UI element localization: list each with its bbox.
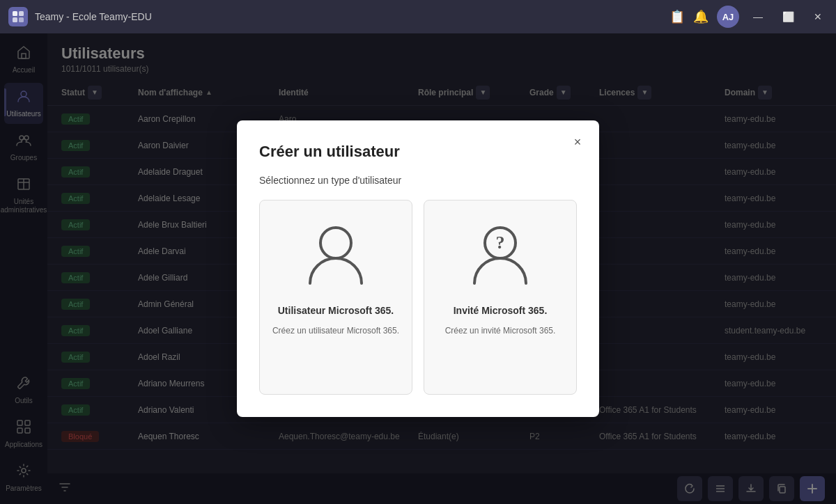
titlebar: Teamy - Ecole Teamy-EDU 📋 🔔 AJ — ⬜ ✕ (0, 0, 836, 33)
svg-rect-0 (13, 11, 17, 16)
close-button[interactable]: ✕ (808, 8, 828, 25)
ms365-card-icon (301, 217, 371, 294)
app-logo (8, 7, 28, 26)
svg-rect-1 (19, 11, 24, 16)
bell-icon[interactable]: 🔔 (693, 9, 709, 24)
svg-text:?: ? (496, 233, 505, 253)
guest-user-card[interactable]: ? Invité Microsoft 365. Créez un invité … (424, 200, 577, 395)
app-title: Teamy - Ecole Teamy-EDU (35, 11, 152, 22)
svg-rect-3 (19, 17, 24, 22)
ms365-card-desc: Créez un utilisateur Microsoft 365. (272, 324, 399, 337)
maximize-button[interactable]: ⬜ (777, 8, 800, 25)
titlebar-left: Teamy - Ecole Teamy-EDU (8, 7, 152, 26)
minimize-button[interactable]: — (748, 8, 768, 25)
svg-point-22 (320, 228, 351, 258)
guest-card-desc: Créez un invité Microsoft 365. (445, 324, 556, 337)
user-type-cards: Utilisateur Microsoft 365. Créez un util… (259, 200, 577, 395)
ms365-user-card[interactable]: Utilisateur Microsoft 365. Créez un util… (259, 200, 412, 395)
modal-subtitle: Sélectionnez un type d'utilisateur (259, 175, 577, 186)
svg-rect-2 (13, 17, 17, 22)
clipboard-icon[interactable]: 📋 (669, 9, 685, 24)
modal-title: Créer un utilisateur (259, 143, 577, 161)
guest-card-title: Invité Microsoft 365. (454, 305, 548, 316)
create-user-modal: × Créer un utilisateur Sélectionnez un t… (237, 120, 599, 417)
ms365-card-title: Utilisateur Microsoft 365. (278, 305, 394, 316)
avatar[interactable]: AJ (717, 6, 739, 28)
guest-card-icon: ? (465, 217, 535, 294)
modal-close-button[interactable]: × (567, 132, 588, 152)
titlebar-right: 📋 🔔 AJ — ⬜ ✕ (669, 6, 828, 28)
modal-overlay: × Créer un utilisateur Sélectionnez un t… (0, 33, 836, 504)
